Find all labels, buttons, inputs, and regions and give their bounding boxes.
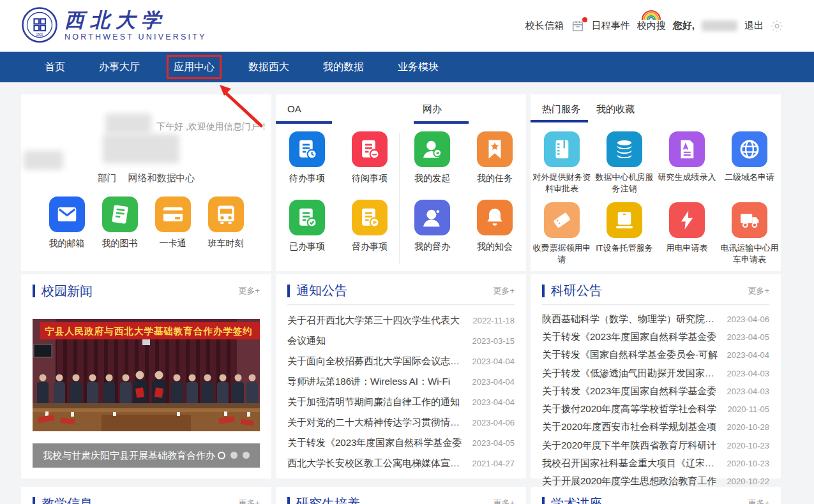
bottom-section-header: 教学信息 更多+ [33,492,260,504]
wangban-item-icon [414,131,450,167]
tab-wangban[interactable]: 网办 [423,103,442,119]
research-row-date: 2020-10-23 [727,459,770,468]
shortcut-icon [49,196,85,232]
notice-row[interactable]: 会议通知 2023-03-15 [287,330,515,351]
tab-my-favorites[interactable]: 我的收藏 [596,103,635,115]
president-mailbox-link[interactable]: 校长信箱 [525,20,564,32]
wangban-item[interactable]: 我的督办 [401,200,464,253]
notice-row[interactable]: 关于召开西北大学第三十四次学生代表大 2022-11-18 [287,310,515,330]
research-row[interactable]: 关于转发《2023年度国家自然科学基金委 2023-04-03 [542,382,769,400]
nav-item[interactable]: 办事大厅 [96,52,142,82]
notice-row[interactable]: 关于加强清明节期间廉洁自律工作的通知 2023-04-04 [287,392,515,412]
carousel-dot[interactable] [218,452,225,459]
service-item[interactable]: 收费票据领用申请 [531,202,593,265]
notice-row[interactable]: 关于转发《2023年度国家自然科学基金委 2023-04-05 [287,433,515,453]
calendar-icon[interactable] [571,19,585,33]
wangban-item-label: 我的发起 [414,173,450,184]
wangban-item-icon [477,131,513,167]
service-item[interactable]: 二级域名申请 [718,131,781,195]
research-row[interactable]: 我校召开国家社科基金重大项目《辽宋西夏 2020-10-23 [542,454,769,472]
research-row[interactable]: 关于2020年度下半年陕西省教育厅科研计 2020-10-23 [542,436,769,454]
department-line: 部门网络和数据中心 [21,172,271,184]
shortcut-item[interactable]: 班车时刻 [208,196,244,249]
oa-item[interactable]: 已办事项 [276,200,338,253]
tab-oa[interactable]: OA [287,103,301,119]
research-row[interactable]: 陕西基础科学（数学、物理学）研究院关于 2023-04-06 [542,310,769,328]
service-item[interactable]: 用电申请表 [656,202,718,265]
campus-search-link[interactable]: 校内搜 [637,20,666,32]
wangban-item-label: 我的任务 [477,173,513,184]
nav-item[interactable]: 应用中心 [171,52,217,82]
notices-more-link[interactable]: 更多+ [493,285,515,297]
notice-row[interactable]: 关于对党的二十大精神传达学习贯彻情况开 2023-04-06 [287,412,515,433]
news-photo[interactable]: 宁县人民政府与西北大学基础教育合作办学签约 [33,319,260,431]
nav-item[interactable]: 数据西大 [246,52,292,82]
shortcut-icon [155,196,191,232]
notice-date: 2022-11-18 [472,316,515,325]
research-more-link[interactable]: 更多+ [748,285,769,297]
bottom-section-more-link[interactable]: 更多+ [493,498,515,504]
research-row[interactable]: 关于转发《低渗透油气田勘探开发国家工程 2023-04-03 [542,364,769,382]
shortcut-icon [102,196,138,232]
notices-title: 通知公告 [296,282,347,299]
research-row[interactable]: 关于转发《国家自然科学基金委员会-可解 2023-04-04 [542,346,769,364]
greeting-prefix: 您好, [673,20,695,32]
wangban-item-label: 我的知会 [477,241,513,253]
profile-card: 下午好 ,欢迎使用信息门户！ 部门网络和数据中心 我的邮箱 我的图书 [21,94,271,271]
campus-news-more-link[interactable]: 更多+ [238,285,260,297]
research-row-date: 2020-11-05 [727,404,769,414]
service-item[interactable]: 数据中心机房服务注销 [593,131,656,195]
service-item-label: 用电申请表 [665,242,709,265]
research-row[interactable]: 关于拨付2020年度高等学校哲学社会科学 2020-11-05 [542,400,769,418]
research-card: 科研公告 更多+ 陕西基础科学（数学、物理学）研究院关于 2023-04-06 … [531,274,781,478]
service-item[interactable]: 电讯运输中心用车申请表 [718,202,781,265]
schedule-events-link[interactable]: 日程事件 [592,20,630,32]
carousel-dot[interactable] [230,452,237,459]
research-row[interactable]: 关于2020年度西安市社会科学规划基金项 2020-10-28 [542,419,769,436]
oa-right-grid: 我的发起 我的任务 我的督办 [401,124,526,253]
service-item-label: IT设备托管服务 [594,242,654,265]
shortcut-item[interactable]: 我的邮箱 [49,196,85,249]
wangban-item[interactable]: 我的知会 [464,200,526,253]
notice-title: 关于召开西北大学第三十四次学生代表大 [287,315,465,327]
notices-list: 关于召开西北大学第三十四次学生代表大 2022-11-18 会议通知 2023-… [287,310,515,473]
notice-title: 会议通知 [287,335,465,347]
carousel-dot[interactable] [243,452,250,459]
notice-row[interactable]: 关于面向全校招募西北大学国际会议志愿者 2023-04-04 [287,351,515,371]
settings-gear-icon[interactable] [771,20,783,33]
service-item-icon [544,202,580,238]
oa-left-grid: 待办事项 待阅事项 已办事项 [276,124,401,253]
wangban-group: 网办 我的发起 我的任务 [401,103,526,271]
service-item[interactable]: 对外提供财务资料审批表 [531,131,593,195]
oa-item[interactable]: 督办事项 [338,200,401,253]
notice-row[interactable]: 西北大学长安校区教工公寓电梯媒体宣传报 2021-04-27 [287,453,515,473]
bottom-section-more-link[interactable]: 更多+ [748,498,769,504]
logout-link[interactable]: 退出 [744,20,764,32]
services-card: 热门服务 我的收藏 对外提供财务资料审批表 数据中心机房服务注销 [531,94,781,271]
service-item[interactable]: IT设备托管服务 [593,202,656,265]
shortcut-label: 我的图书 [102,238,138,249]
university-logo[interactable]: 1902 西北大学 NORTHWEST UNIVERSITY [21,6,207,46]
oa-item-label: 督办事项 [352,241,388,253]
news-carousel-caption[interactable]: 我校与甘肃庆阳宁县开展基础教育合作办 [33,443,260,468]
bottom-section-more-link[interactable]: 更多+ [238,498,260,504]
tab-hot-services[interactable]: 热门服务 [542,103,580,115]
research-row[interactable]: 关于转发《2023年度国家自然科学基金委 2023-04-05 [542,328,769,346]
nav-item[interactable]: 业务模块 [395,52,441,82]
research-row-date: 2020-10-22 [727,477,770,486]
shortcut-item[interactable]: 一卡通 [155,196,191,249]
nav-item[interactable]: 我的数据 [320,52,366,82]
shortcut-label: 一卡通 [160,238,186,249]
research-row-date: 2023-04-04 [727,350,770,360]
notification-dot [582,17,587,22]
notice-row[interactable]: 导师讲坛第186讲：Wireless AI：Wi-Fi 2023-04-04 [287,371,515,392]
wangban-item[interactable]: 我的发起 [401,131,464,184]
service-item[interactable]: 研究生成绩录入 [656,131,718,195]
shortcut-item[interactable]: 我的图书 [102,196,138,249]
oa-item[interactable]: 待阅事项 [338,131,401,184]
oa-card: OA 待办事项 待阅事项 [276,94,526,271]
oa-item[interactable]: 待办事项 [276,131,338,184]
oa-item-icon [289,131,325,167]
nav-item[interactable]: 首页 [42,52,68,82]
wangban-item[interactable]: 我的任务 [464,131,526,184]
